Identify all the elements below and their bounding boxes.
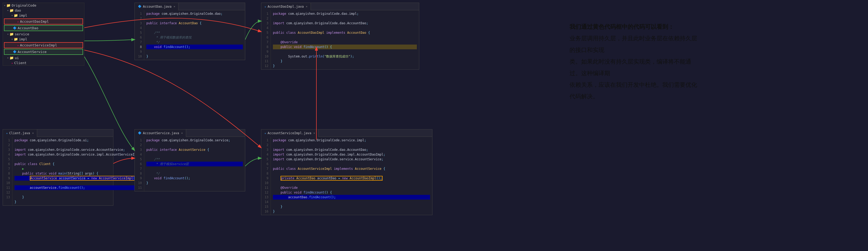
accountdaoimpl-tab-bar: ☕ AccountDaoImpl.java ✕ (261, 3, 419, 10)
accountdao-tab-bar: 🔷 AccountDao.java ✕ (135, 3, 245, 10)
tree-accountservice-label: AccountService (18, 50, 47, 54)
tree-dao-label: dao (15, 8, 21, 12)
client-close[interactable]: ✕ (32, 131, 34, 134)
client-panel: ☕ Client.java ✕ 12345678910111213 packag… (3, 129, 113, 206)
accountserviceimpl-tab-bar: ☕ AccountServiceImpl.java ✕ (261, 129, 432, 137)
client-tab[interactable]: ☕ Client.java ✕ (3, 129, 37, 137)
tree-ui-label: ui (15, 56, 19, 60)
accountservice-code: package com.qianyishen.OriginalCode.serv… (144, 137, 245, 191)
client-tab-bar: ☕ Client.java ✕ (3, 129, 113, 137)
chinese-line1: 我们通过黄色代码框中的代码可以看到： (569, 21, 701, 33)
tree-client-label: Client (14, 61, 27, 65)
arrows-overlay (0, 0, 868, 251)
accountdaoimpl-tab-label: AccountDaoImpl.java (268, 5, 304, 8)
tree-root-label: OriginalCode (11, 3, 36, 7)
tree-dao[interactable]: ▾ 📁 dao (3, 8, 84, 13)
accountserviceimpl-tab-label: AccountServiceImpl.java (268, 131, 311, 135)
tree-ui[interactable]: ▾ 📁 ui (3, 55, 84, 60)
accountdaoimpl-close[interactable]: ✕ (306, 5, 307, 8)
tree-service[interactable]: ▾ 📁 service (3, 32, 84, 37)
accountdao-tab-label: AccountDao.java (143, 5, 172, 8)
tree-accountservice[interactable]: 🔷 AccountService (4, 49, 83, 55)
client-tab-label: Client.java (9, 131, 30, 135)
accountdaoimpl-line-numbers: 123456789101112 (261, 10, 271, 69)
accountdao-panel: 🔷 AccountDao.java ✕ 12345678910 package … (134, 3, 245, 60)
client-line-numbers: 12345678910111213 (3, 137, 12, 206)
tree-accountdaoimpl[interactable]: ☕ AccountDaoImpl (4, 19, 83, 25)
tree-service-impl-label: impl (19, 37, 27, 41)
client-tab-icon: ☕ (6, 131, 8, 135)
chinese-line4: 依赖关系，应该在我们开发中杜绝。我们需要优化代码解决。 (569, 79, 701, 102)
accountdaoimpl-code-content: 123456789101112 package com.qianyishen.O… (261, 10, 419, 69)
tree-dao-impl-label: impl (19, 13, 27, 18)
accountservice-tab-icon: 🔷 (138, 131, 142, 135)
tree-service-impl[interactable]: ▾ 📁 impl (3, 37, 84, 42)
accountdaoimpl-code: package com.qianyishen.OriginalCode.dao.… (271, 10, 419, 69)
tree-accountdaoimpl-label: AccountDaoImpl (20, 20, 49, 24)
tree-service-label: service (15, 32, 29, 36)
tree-accountdao[interactable]: 🔷 AccountDao (4, 25, 83, 31)
client-code-content: 12345678910111213 package com.qianyishen… (3, 137, 113, 206)
accountserviceimpl-code-content: 12345678910111213141516 package com.qian… (261, 137, 432, 215)
accountserviceimpl-panel: ☕ AccountServiceImpl.java ✕ 123456789101… (261, 129, 432, 215)
accountserviceimpl-close[interactable]: ✕ (313, 131, 315, 134)
accountdao-line-numbers: 12345678910 (135, 10, 144, 60)
accountservice-tab-bar: 🔷 AccountService.java ✕ (135, 129, 245, 137)
accountdaoimpl-tab[interactable]: ☕ AccountDaoImpl.java ✕ (261, 3, 311, 10)
chinese-line3: 类。如果此时没有持久层实现类，编译将不能通过。这种编译期 (569, 56, 701, 79)
accountservice-tab[interactable]: 🔷 AccountService.java ✕ (135, 129, 186, 137)
tree-dao-impl[interactable]: ▾ 📁 impl (3, 13, 84, 18)
tree-accountdao-label: AccountDao (18, 26, 38, 30)
accountservice-line-numbers: 1234567891011 (135, 137, 144, 191)
accountservice-panel: 🔷 AccountService.java ✕ 1234567891011 pa… (134, 129, 245, 191)
accountserviceimpl-line-numbers: 12345678910111213141516 (261, 137, 271, 215)
accountservice-tab-label: AccountService.java (143, 131, 179, 135)
accountserviceimpl-tab[interactable]: ☕ AccountServiceImpl.java ✕ (261, 129, 318, 137)
accountdaoimpl-panel: ☕ AccountDaoImpl.java ✕ 123456789101112 … (261, 3, 419, 70)
accountdao-code-content: 12345678910 package com.qianyishen.Origi… (135, 10, 245, 60)
accountserviceimpl-code: package com.qianyishen.OriginalCode.serv… (271, 137, 432, 215)
accountservice-close[interactable]: ✕ (181, 131, 183, 134)
client-code: package com.qianyishen.OriginalCode.ui; … (12, 137, 144, 206)
tree-client[interactable]: ☕ Client (3, 60, 84, 65)
accountdao-tab-icon: 🔷 (138, 5, 142, 8)
tree-accountserviceimpl[interactable]: ☕ AccountServiceImpl (4, 42, 83, 48)
tree-root[interactable]: ▾ 📁 OriginalCode (3, 3, 84, 8)
chinese-line2: 业务层调用持久层，并且此时业务层在依赖持久层的接口和实现 (569, 33, 701, 56)
accountdao-code: package com.qianyishen.OriginalCode.dao;… (144, 10, 245, 60)
chinese-text-panel: 我们通过黄色代码框中的代码可以看到： 业务层调用持久层，并且此时业务层在依赖持久… (569, 21, 701, 102)
accountserviceimpl-tab-icon: ☕ (265, 131, 266, 135)
accountdao-close[interactable]: ✕ (174, 5, 175, 8)
accountdaoimpl-tab-icon: ☕ (265, 5, 266, 8)
accountdao-tab[interactable]: 🔷 AccountDao.java ✕ (135, 3, 179, 10)
accountservice-code-content: 1234567891011 package com.qianyishen.Ori… (135, 137, 245, 191)
tree-accountserviceimpl-label: AccountServiceImpl (20, 43, 57, 47)
file-tree-panel: ▾ 📁 OriginalCode ▾ 📁 dao ▾ 📁 impl ☕ Acco… (3, 3, 84, 66)
